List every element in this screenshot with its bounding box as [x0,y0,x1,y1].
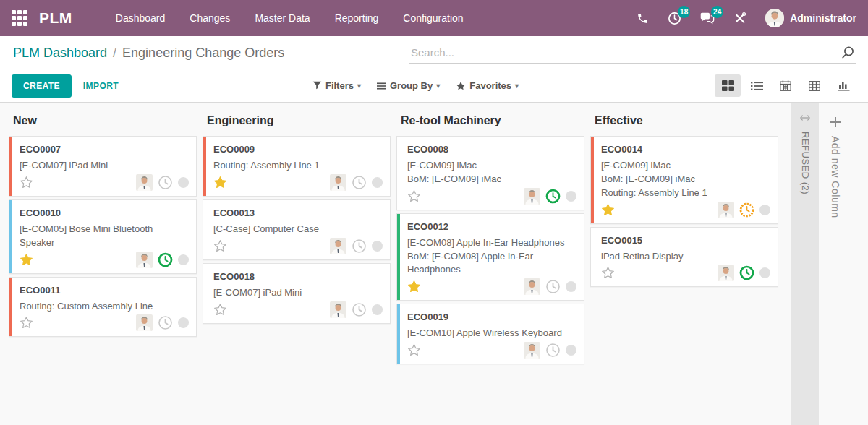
kanban-card[interactable]: ECO0015 iPad Retina Display [590,227,778,288]
nav-menu-item[interactable]: Reporting [335,12,379,24]
status-dot[interactable] [178,177,189,188]
kanban-card[interactable]: ECO0018 [E-COM07] iPad Mini [203,263,391,324]
column-title[interactable]: Engineering [203,103,391,136]
card-footer [20,174,189,191]
activity-clock-icon[interactable] [739,202,754,218]
collapsed-column-refused[interactable]: REFUSED (2) [791,103,819,425]
status-dot[interactable] [372,177,383,188]
user-avatar [765,9,784,27]
view-switcher [715,74,856,97]
column-title[interactable]: Re-tool Machinery [396,103,584,136]
activity-clock-icon[interactable] [352,302,367,317]
assignee-avatar[interactable] [718,265,734,281]
kanban-card[interactable]: ECO0013 [C-Case] Computer Case [203,199,391,260]
view-button-graph[interactable] [830,74,856,97]
filters-dropdown[interactable]: Filters ▾ [312,80,361,91]
assignee-avatar[interactable] [330,238,346,254]
import-button[interactable]: IMPORT [83,81,119,91]
search-icon[interactable] [841,46,855,60]
card-reference: ECO0014 [601,144,770,155]
control-panel: PLM Dashboard / Engineering Change Order… [0,36,868,103]
kanban-column: New ECO0007 [E-COM07] iPad Mini ECO0010 … [6,103,200,425]
card-lines: Routing: Custom Assembly Line [20,300,189,314]
activities-clock-icon[interactable]: 18 [668,12,681,25]
activity-clock-icon[interactable] [352,175,367,190]
messages-icon[interactable]: 24 [700,12,715,25]
add-new-column[interactable]: Add new Column [819,103,852,425]
group-by-dropdown[interactable]: Group By ▾ [377,80,440,91]
priority-star-icon[interactable] [213,176,227,189]
priority-star-icon[interactable] [20,253,33,267]
column-title[interactable]: New [9,103,197,136]
app-brand[interactable]: PLM [39,9,72,27]
kanban-card[interactable]: ECO0014 [E-COM09] iMacBoM: [E-COM09] iMa… [590,136,778,224]
status-dot[interactable] [566,281,576,292]
priority-star-icon[interactable] [20,316,33,330]
priority-star-icon[interactable] [601,203,615,217]
pivot-view-icon [809,81,820,91]
activity-clock-icon[interactable] [158,315,173,330]
kanban-card[interactable]: ECO0007 [E-COM07] iPad Mini [9,136,197,197]
activity-clock-icon[interactable] [545,343,561,358]
assignee-avatar[interactable] [330,301,346,318]
status-dot[interactable] [178,254,189,265]
phone-icon[interactable] [637,12,649,25]
status-dot[interactable] [760,267,770,278]
priority-star-icon[interactable] [407,280,421,293]
kanban-card[interactable]: ECO0012 [E-COM08] Apple In-Ear Headphone… [396,213,584,301]
kanban-card[interactable]: ECO0009 Routing: Assembly Line 1 [203,136,391,197]
priority-star-icon[interactable] [601,266,615,280]
status-dot[interactable] [372,241,383,252]
nav-menu-item[interactable]: Configuration [403,12,463,24]
card-reference: ECO0019 [407,312,576,322]
view-button-kanban[interactable] [715,74,741,97]
kanban-card[interactable]: ECO0011 Routing: Custom Assembly Line [9,277,197,338]
activity-clock-icon[interactable] [545,279,561,294]
priority-star-icon[interactable] [407,189,421,203]
view-button-list[interactable] [744,74,770,97]
priority-star-icon[interactable] [213,239,227,253]
status-dot[interactable] [760,205,770,215]
user-menu[interactable]: Administrator [765,9,856,27]
create-button[interactable]: CREATE [12,74,72,98]
card-footer [407,188,576,205]
search-input[interactable] [411,46,841,59]
assignee-avatar[interactable] [136,174,153,191]
activity-clock-icon[interactable] [158,175,173,190]
card-line: BoM: [E-COM09] iMac [407,173,576,186]
view-button-calendar[interactable] [773,74,799,97]
assignee-avatar[interactable] [136,314,153,331]
status-dot[interactable] [566,191,576,202]
kanban-card[interactable]: ECO0019 [E-COM10] Apple Wireless Keyboar… [396,304,584,364]
kanban-card[interactable]: ECO0008 [E-COM09] iMacBoM: [E-COM09] iMa… [396,136,584,210]
kanban-card[interactable]: ECO0010 [E-COM05] Bose Mini Bluetooth Sp… [9,199,197,274]
card-line: [E-COM08] Apple In-Ear Headphones [407,236,576,250]
breadcrumb-root-link[interactable]: PLM Dashboard [13,46,107,61]
assignee-avatar[interactable] [330,174,346,191]
view-button-pivot[interactable] [801,74,827,97]
activity-clock-icon[interactable] [158,252,173,267]
status-dot[interactable] [566,345,576,356]
priority-star-icon[interactable] [213,303,227,317]
card-color-bar [9,278,12,337]
apps-grid-icon[interactable] [12,10,27,26]
assignee-avatar[interactable] [524,278,540,295]
tools-icon[interactable] [733,12,746,25]
activity-clock-icon[interactable] [545,189,561,204]
assignee-avatar[interactable] [524,188,540,205]
assignee-avatar[interactable] [718,202,734,218]
nav-menu-item[interactable]: Master Data [255,12,310,24]
activity-clock-icon[interactable] [739,265,754,280]
assignee-avatar[interactable] [524,342,540,359]
nav-menu-item[interactable]: Changes [190,12,230,24]
card-footer [213,301,383,318]
status-dot[interactable] [372,304,383,315]
column-title[interactable]: Effective [590,103,778,136]
favorites-dropdown[interactable]: Favorites ▾ [456,80,519,91]
activity-clock-icon[interactable] [352,239,367,254]
priority-star-icon[interactable] [20,176,33,189]
status-dot[interactable] [178,317,189,328]
assignee-avatar[interactable] [136,252,153,268]
priority-star-icon[interactable] [407,343,421,357]
nav-menu-item[interactable]: Dashboard [116,12,166,24]
